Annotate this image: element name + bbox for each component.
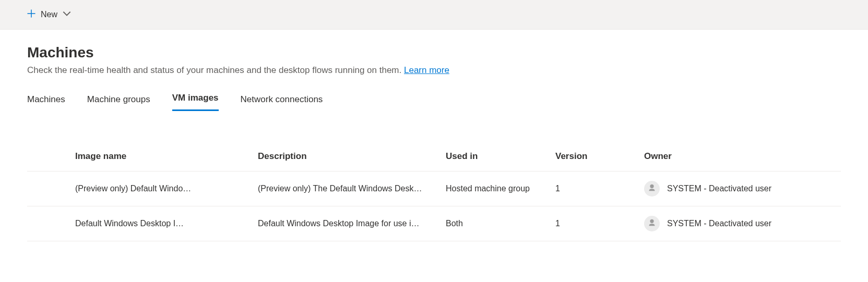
person-icon — [647, 218, 657, 229]
cell-name[interactable]: (Preview only) Default Windo… — [69, 171, 252, 206]
person-icon — [647, 183, 657, 194]
avatar — [644, 181, 660, 197]
table-header-description[interactable]: Description — [252, 144, 439, 171]
cell-owner: SYSTEM - Deactivated user — [638, 206, 841, 241]
vm-images-table: Image name Description Used in Version O… — [27, 144, 841, 241]
command-bar: New — [0, 0, 868, 30]
content-area: Machines Check the real-time health and … — [0, 30, 868, 256]
table-header-owner[interactable]: Owner — [638, 144, 841, 171]
cell-usedin: Both — [439, 206, 549, 241]
row-spacer — [27, 171, 69, 206]
tab-vm-images[interactable]: VM images — [172, 89, 219, 111]
table-header-spacer — [27, 144, 69, 171]
plus-icon — [26, 8, 37, 21]
learn-more-link[interactable]: Learn more — [404, 65, 449, 75]
cell-description: (Preview only) The Default Windows Desk… — [252, 171, 439, 206]
cell-version: 1 — [549, 171, 638, 206]
tab-machine-groups[interactable]: Machine groups — [87, 90, 150, 113]
tabs: Machines Machine groups VM images Networ… — [27, 90, 841, 113]
cell-version: 1 — [549, 206, 638, 241]
cell-owner: SYSTEM - Deactivated user — [638, 171, 841, 206]
row-spacer — [27, 206, 69, 241]
tab-machines[interactable]: Machines — [27, 90, 65, 113]
avatar — [644, 216, 660, 231]
page-title: Machines — [27, 44, 841, 61]
tab-network-connections[interactable]: Network connections — [241, 90, 323, 113]
table-header-row: Image name Description Used in Version O… — [27, 144, 841, 171]
table-header-version[interactable]: Version — [549, 144, 638, 171]
owner-label: SYSTEM - Deactivated user — [667, 184, 771, 193]
table-header-name[interactable]: Image name — [69, 144, 252, 171]
cell-name[interactable]: Default Windows Desktop I… — [69, 206, 252, 241]
table-row[interactable]: Default Windows Desktop I… Default Windo… — [27, 206, 841, 241]
new-button[interactable]: New — [22, 5, 76, 24]
cell-description: Default Windows Desktop Image for use i… — [252, 206, 439, 241]
cell-usedin: Hosted machine group — [439, 171, 549, 206]
table-header-usedin[interactable]: Used in — [439, 144, 549, 171]
page-description: Check the real-time health and status of… — [27, 65, 841, 76]
new-button-label: New — [41, 10, 57, 19]
table-row[interactable]: (Preview only) Default Windo… (Preview o… — [27, 171, 841, 206]
chevron-down-icon — [62, 8, 72, 21]
table-container: Image name Description Used in Version O… — [27, 144, 841, 241]
owner-label: SYSTEM - Deactivated user — [667, 219, 771, 228]
